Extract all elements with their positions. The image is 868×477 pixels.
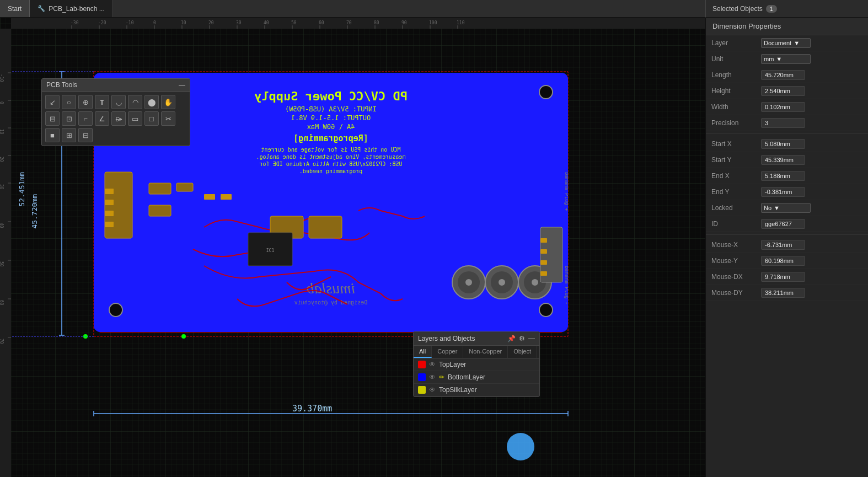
svg-text:40: 40 — [0, 223, 4, 228]
layers-tab-noncopper[interactable]: Non-Copper — [463, 346, 508, 358]
toplayer-visibility-icon[interactable]: 👁 — [429, 361, 436, 368]
svg-text:4A \ 60W Max: 4A \ 60W Max — [307, 123, 355, 131]
layers-tab-object[interactable]: Object — [508, 346, 537, 358]
svg-rect-86 — [149, 183, 171, 194]
pan-tool-button[interactable]: ✋ — [161, 95, 175, 109]
solid-rect-tool-button[interactable]: ■ — [45, 128, 60, 142]
svg-text:PD CV/CC Power Supply: PD CV/CC Power Supply — [254, 89, 408, 103]
layers-minimize-icon[interactable]: — — [528, 335, 535, 342]
start-x-label: Start X — [706, 136, 756, 152]
svg-rect-106 — [540, 249, 547, 254]
pcb-tools-title: PCB Tools — [46, 81, 77, 89]
locked-dropdown-arrow: ▼ — [774, 205, 780, 211]
svg-rect-101 — [309, 216, 342, 238]
dimension-properties-table: Layer Document ▼ Unit mm ▼ L — [706, 35, 868, 131]
via-tool-button[interactable]: ○ — [62, 95, 76, 109]
arc-cw-tool-button[interactable]: ◠ — [128, 95, 142, 109]
route-tool-button[interactable]: ↙ — [45, 95, 60, 109]
measure-tool-button[interactable]: ⌲ — [111, 111, 126, 126]
svg-rect-82 — [105, 189, 114, 194]
file-tab[interactable]: 🔧 PCB_Lab-bench ... — [30, 0, 112, 17]
svg-text:-10: -10 — [126, 20, 134, 25]
file-tab-label: PCB_Lab-bench ... — [49, 5, 104, 13]
pcb-tools-header[interactable]: PCB Tools — — [42, 79, 190, 92]
via2-tool-button[interactable]: ⊟ — [78, 128, 93, 142]
toplayer-label: TopLayer — [439, 361, 466, 368]
blue-circle-indicator[interactable] — [507, 433, 534, 460]
angle-tool-button[interactable]: ∠ — [95, 111, 109, 126]
bottomlayer-visibility-icon[interactable]: 👁 — [429, 373, 436, 381]
corner-tool-button[interactable]: ⌐ — [78, 111, 93, 126]
length-label: Length — [706, 67, 756, 83]
locked-value: No — [764, 205, 771, 211]
component-tool-button[interactable]: ⊕ — [78, 95, 93, 109]
svg-rect-90 — [221, 194, 232, 200]
rect-sel-tool-button[interactable]: ▭ — [128, 111, 142, 126]
layer-value: Document — [764, 40, 791, 46]
id-value: gge67627 — [761, 219, 805, 229]
layer-dropdown-arrow: ▼ — [794, 40, 800, 46]
svg-text:10: 10 — [181, 20, 186, 25]
svg-text:110: 110 — [457, 20, 465, 25]
layers-settings-icon[interactable]: ⚙ — [519, 335, 525, 342]
cut-tool-button[interactable]: ✂ — [161, 111, 175, 126]
circle-tool-button[interactable]: ⬤ — [144, 95, 159, 109]
locked-dropdown[interactable]: No ▼ — [761, 203, 811, 213]
svg-point-96 — [499, 279, 505, 286]
layers-panel-controls: 📌 ⚙ — — [507, 335, 535, 342]
mouse-dx-label: Mouse-DX — [706, 269, 756, 285]
dimension-properties-title: Dimension Properties — [706, 18, 868, 35]
layers-panel-title: Layers and Objects — [418, 335, 475, 342]
svg-text:20: 20 — [208, 20, 214, 25]
svg-rect-107 — [540, 260, 547, 265]
end-y-label: End Y — [706, 184, 756, 200]
mouse-coords-table: Mouse-X -6.731mm Mouse-Y 60.198mm Mouse-… — [706, 237, 868, 301]
end-y-value: -0.381mm — [761, 187, 805, 197]
topsilklayer-visibility-icon[interactable]: 👁 — [429, 386, 436, 394]
svg-rect-3 — [11, 18, 705, 29]
pad-grid-tool-button[interactable]: ⊞ — [62, 128, 76, 142]
svg-text:30: 30 — [0, 184, 4, 190]
svg-text:USB: CP2102x/USB with Altio Ar: USB: CP2102x/USB with Altio Arduino IDE … — [260, 161, 403, 167]
layers-pin-icon[interactable]: 📌 — [507, 335, 516, 342]
rect-tool-button[interactable]: □ — [144, 111, 159, 126]
unit-label: Unit — [706, 51, 756, 67]
divider-1 — [706, 133, 868, 134]
svg-text:programming needed.: programming needed. — [299, 168, 362, 174]
mouse-dy-value: 38.211mm — [761, 288, 805, 298]
svg-rect-108 — [540, 271, 547, 276]
toplayer-color-swatch — [418, 361, 426, 368]
svg-text:90: 90 — [401, 20, 407, 25]
svg-text:30: 30 — [236, 20, 242, 25]
layers-tab-all[interactable]: All — [414, 346, 432, 358]
svg-text:Banana Plug +: Banana Plug + — [564, 172, 568, 211]
layers-tab-copper[interactable]: Copper — [432, 346, 463, 358]
bottomlayer-label: BottomLayer — [448, 373, 485, 381]
image-tool-button[interactable]: ⊡ — [62, 111, 76, 126]
start-y-label: Start Y — [706, 152, 756, 168]
vertical-measure-sub: 45.720mm — [30, 194, 39, 229]
arc-ccw-tool-button[interactable]: ◡ — [111, 95, 126, 109]
bottomlayer-color-swatch — [418, 373, 426, 381]
layer-dropdown[interactable]: Document ▼ — [761, 38, 811, 48]
topsilklayer-label: TopSilkLayer — [439, 386, 477, 394]
unit-dropdown[interactable]: mm ▼ — [761, 54, 811, 64]
svg-point-93 — [465, 279, 472, 286]
layer-item-bottomlayer[interactable]: 👁 ✏ BottomLayer — [414, 371, 539, 384]
svg-rect-87 — [149, 205, 171, 216]
start-tab[interactable]: Start — [0, 0, 30, 17]
layer-item-topsilklayer[interactable]: 👁 TopSilkLayer — [414, 384, 539, 396]
id-label: ID — [706, 216, 756, 232]
length-value: 45.720mm — [761, 70, 805, 80]
layer-item-toplayer[interactable]: 👁 TopLayer — [414, 358, 539, 371]
svg-text:0: 0 — [153, 20, 156, 25]
canvas-area[interactable]: -30 -20 -10 0 10 20 30 40 50 60 — [0, 18, 705, 477]
text-tool-button[interactable]: T — [95, 95, 109, 109]
svg-text:INPUT: 5V/3A (USB-PD5W): INPUT: 5V/3A (USB-PD5W) — [285, 105, 377, 113]
mouse-y-value: 60.198mm — [761, 256, 805, 266]
crop-tool-button[interactable]: ⊟ — [45, 111, 60, 126]
mouse-x-label: Mouse-X — [706, 237, 756, 253]
mouse-dy-label: Mouse-DY — [706, 285, 756, 301]
pcb-tools-close-button[interactable]: — — [179, 81, 185, 89]
right-panel: Dimension Properties Layer Document ▼ Un… — [705, 18, 868, 477]
